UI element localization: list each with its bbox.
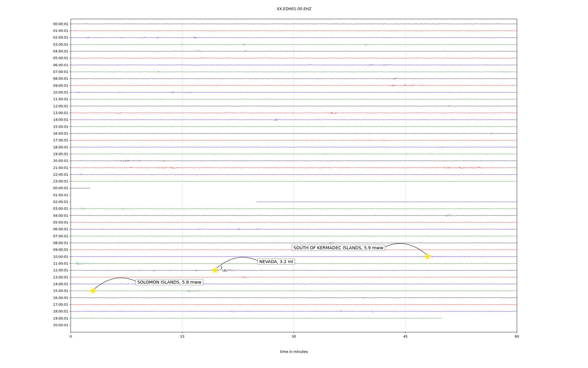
y-tick-label: 21:00:01: [53, 166, 68, 170]
y-tick-label: 04:00:01: [53, 49, 68, 53]
y-tick-label: 22:00:01: [53, 173, 68, 177]
y-tick-label: 19:00:01: [53, 316, 68, 320]
y-tick-label: 06:00:01: [53, 227, 68, 231]
trace-row: [71, 126, 517, 127]
event-annotation: SOUTH OF KERMADEC ISLANDS, 5.9 mww: [292, 243, 427, 255]
y-tick-label: 07:00:01: [53, 70, 68, 74]
y-tick-label: 02:00:01: [53, 200, 68, 204]
y-tick-label: 18:00:01: [53, 145, 68, 149]
event-annotation-label: SOUTH OF KERMADEC ISLANDS, 5.9 mww: [293, 245, 383, 250]
y-tick-label: 20:00:01: [53, 159, 68, 163]
seismogram-figure: 00:00:0101:00:0102:00:0103:00:0104:00:01…: [0, 0, 588, 368]
y-tick-label: 23:00:01: [53, 179, 68, 183]
trace-row: [71, 44, 517, 45]
y-tick-label: 11:00:01: [53, 97, 68, 101]
y-tick-label: 12:00:01: [53, 104, 68, 108]
y-tick-label: 02:00:01: [53, 36, 68, 40]
y-tick-label: 03:00:01: [53, 43, 68, 47]
y-tick-label: 16:00:01: [53, 132, 68, 136]
y-tick-label: 12:00:01: [53, 268, 68, 272]
y-tick-label: 04:00:01: [53, 214, 68, 218]
event-annotations: SOUTH OF KERMADEC ISLANDS, 5.9 mwwNEVADA…: [89, 243, 431, 294]
y-tick-label: 03:00:01: [53, 207, 68, 211]
y-tick-label: 19:00:01: [53, 152, 68, 156]
y-tick-label: 20:00:01: [53, 323, 68, 327]
trace-row: [71, 236, 517, 237]
trace-row: [71, 256, 517, 257]
y-tick-label: 09:00:01: [53, 84, 68, 88]
y-tick-label: 01:00:01: [53, 193, 68, 197]
x-axis-label: time in minutes: [0, 350, 588, 354]
y-tick-label: 18:00:01: [53, 309, 68, 313]
trace-row: [71, 105, 517, 106]
trace-row: [71, 215, 517, 217]
x-axis: 015304560: [70, 332, 519, 339]
event-annotation: SOLOMON ISLANDS, 5.8 mww: [95, 278, 203, 289]
y-tick-label: 14:00:01: [53, 282, 68, 286]
y-tick-label: 05:00:01: [53, 56, 68, 60]
y-tick-label: 01:00:01: [53, 29, 68, 33]
x-tick-label: 45: [403, 335, 408, 339]
trace-row: [71, 266, 517, 272]
trace-row: [71, 188, 90, 189]
event-annotation-label: SOLOMON ISLANDS, 5.8 mww: [137, 280, 201, 285]
trace-row: [71, 24, 517, 25]
y-tick-label: 15:00:01: [53, 289, 68, 293]
trace-row: [71, 311, 517, 312]
trace-row: [71, 242, 517, 243]
y-axis: 00:00:0101:00:0102:00:0103:00:0104:00:01…: [53, 22, 71, 327]
y-tick-label: 15:00:01: [53, 125, 68, 129]
event-star-icon: [424, 253, 431, 260]
y-tick-label: 17:00:01: [53, 138, 68, 142]
trace-row: [71, 174, 517, 175]
y-tick-label: 13:00:01: [53, 111, 68, 115]
y-tick-label: 10:00:01: [53, 255, 68, 259]
x-tick-label: 15: [180, 335, 184, 339]
y-tick-label: 08:00:01: [53, 241, 68, 245]
x-tick-label: 0: [70, 335, 72, 339]
trace-row: [71, 318, 442, 318]
x-tick-label: 60: [515, 335, 519, 339]
y-tick-label: 13:00:01: [53, 275, 68, 279]
y-tick-label: 00:00:01: [53, 22, 68, 26]
event-annotation-label: NEVADA, 3.2 ml: [259, 259, 293, 264]
y-tick-label: 10:00:01: [53, 90, 68, 94]
trace-row: [71, 71, 517, 72]
y-tick-label: 16:00:01: [53, 296, 68, 300]
annotation-connector: [95, 278, 136, 289]
y-tick-label: 08:00:01: [53, 77, 68, 81]
chart-title: XX.EDH01.00.EHZ: [0, 6, 588, 11]
y-tick-label: 17:00:01: [53, 303, 68, 307]
annotation-connector: [217, 257, 258, 268]
event-annotation: NEVADA, 3.2 ml: [217, 257, 295, 268]
y-tick-label: 05:00:01: [53, 220, 68, 224]
y-tick-label: 06:00:01: [53, 63, 68, 67]
trace-row: [71, 37, 517, 38]
y-tick-label: 09:00:01: [53, 248, 68, 252]
gridlines: [182, 19, 405, 332]
trace-row: [71, 30, 517, 31]
trace-row: [71, 133, 517, 134]
helicorder-plot: 00:00:0101:00:0102:00:0103:00:0104:00:01…: [0, 0, 588, 368]
trace-rows: [71, 24, 517, 319]
y-tick-label: 00:00:01: [53, 186, 68, 190]
trace-row: [71, 304, 517, 305]
trace-row: [71, 297, 517, 298]
y-tick-label: 07:00:01: [53, 234, 68, 238]
y-tick-label: 14:00:01: [53, 118, 68, 122]
x-tick-label: 30: [292, 335, 296, 339]
annotation-connector: [385, 243, 426, 255]
y-tick-label: 11:00:01: [53, 262, 68, 266]
trace-row: [257, 202, 517, 202]
